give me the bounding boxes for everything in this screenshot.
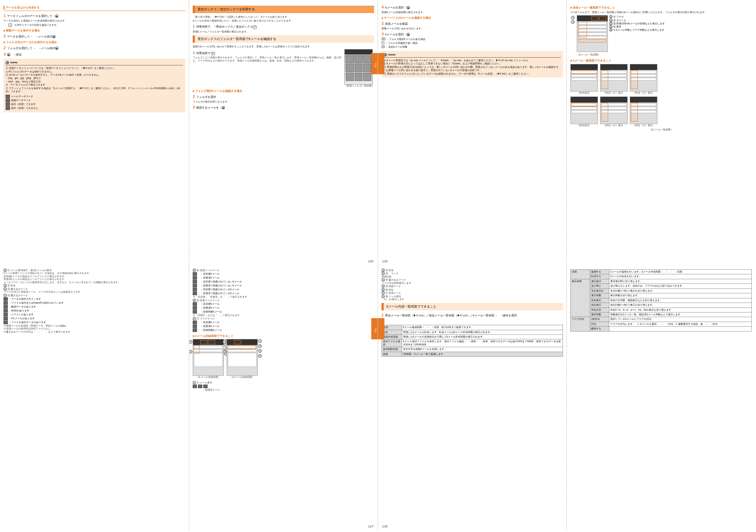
txt: ③ ③ マーク [382, 272, 563, 275]
cell: Eメールの転送を行います。 [609, 274, 752, 279]
icon-row: 6：未読Eメール件数 [382, 45, 563, 49]
step: 3Eメールを選択→◉ [382, 31, 563, 36]
caption: 《受信フォルダ一覧画面》 [344, 84, 374, 87]
icon-row: 添付（送信）できます [6, 103, 183, 106]
alert-icon: ! [382, 41, 384, 44]
cell: 受信したEメールを転送します。転送メールはEメール作成画面が表示されます。 [402, 330, 563, 334]
x-icon [6, 106, 10, 110]
txt: ① ① メール番号 [193, 381, 374, 384]
memo-line: ◎ 受信状態および受信方法の設定によっては、新しいEメールの問い合わせの際、受信… [384, 65, 561, 72]
memo-head: memo [6, 61, 183, 65]
mail-key-icon: ✉ [253, 25, 257, 29]
mark-icon [193, 310, 197, 314]
txt: 受信日時 [382, 275, 563, 278]
cell: 件名文字 [590, 308, 609, 312]
section-head: 受信ボックス／送信ボックスを利用する [193, 6, 374, 13]
txt: 「振り分け登録」（▶P.126）で設定した条件にしたがって、Eメールを振り分けま… [193, 15, 374, 18]
txt: 未登録Eメールの場合はメールアドレスが表示されます。 [4, 275, 185, 278]
icon-row: メールデータマーク [6, 95, 183, 98]
memo-line: ◎ 送信データメニューについては「送信データメニューについて」（▶P.127）を… [6, 66, 183, 70]
step: 3確認するメールを→◉ [193, 105, 374, 110]
txt: ① ① メール番号表示：表示Eメールの番号 [4, 269, 185, 272]
movie-icon [4, 305, 8, 309]
mark-icon [198, 385, 202, 388]
txt: ② ② 件名 [382, 269, 563, 272]
thumb-tab [378, 53, 384, 74]
thumb-tab: メール [371, 53, 378, 74]
page-number: 118 [382, 525, 388, 528]
rule [4, 11, 185, 11]
cell: 宛先行数1〜9行で表示を切り替えます。 [609, 303, 752, 308]
mark-icon [193, 321, 197, 324]
page-number: 116 [382, 259, 388, 263]
icon-row: 添付（送信）できません [6, 106, 183, 110]
icon-row: ：データが添付されています [4, 297, 185, 301]
step: 4Eメールを選択→◉ [382, 5, 563, 10]
callout-side: ① ② [570, 15, 575, 24]
ok-icon: ◉ [407, 33, 410, 36]
icon-row: ：送信失敗Eメール [193, 310, 374, 314]
memo-line: ・mmf、qcp、hvsなど再生方法 [6, 80, 183, 83]
ok-icon: ◉ [7, 53, 10, 56]
cell: 並び替えをします。未読のみ、フラグのみなど絞り込みできます。 [609, 284, 752, 288]
icon-row: ：送信済で保護されているEメール [193, 292, 374, 295]
cell: Eメール返信画面→ → →送信 最大10件まで返信できます。 [402, 325, 563, 330]
memo-head: memo [384, 53, 561, 58]
bgm-icon [4, 309, 8, 312]
txt: ※「送信中」などは「 」で表示されます [193, 314, 374, 317]
cell: 件名0〜9、A〜Z、a〜z、Fw、Reの表示を切り替えます [609, 308, 752, 312]
cell [609, 327, 752, 331]
screenshot [630, 64, 657, 92]
cell: 転送する [590, 274, 609, 279]
caption: 1件目（大）表示 [630, 124, 657, 127]
ok-icon: ◉ [222, 106, 225, 109]
cell: 表示形式 [590, 279, 609, 283]
step: 3◉ →送信 [4, 52, 185, 57]
icon-row: M：フォルダ選択Eメールがある場合 [382, 37, 563, 41]
memo-line: ◎ Eメール受信完了は「au one メールについて」「EZweb」「au on… [384, 59, 561, 62]
cell: 選択しているEメールにフラグを付与 [609, 317, 752, 322]
txt: Eメール受信アドレスが登録されている場合は、その登録名称が表示されます。 [4, 272, 185, 275]
cell: 番号表示時に切り替えます。 [609, 279, 752, 283]
cell: 表示切替 [571, 279, 590, 317]
cell: 宛先表示 [590, 303, 609, 308]
mark-icon [193, 328, 197, 332]
cell: 解除する [590, 327, 609, 331]
txt: ※「未送信」「送信済」は「 」で表示されます [193, 296, 374, 298]
memo-box: memo ◎ Eメール受信完了は「au one メールについて」「EZweb」「… [382, 51, 563, 77]
txt: メールフラグ：Eメールの進捗状況を示します。本文など：Eメールに含まれている情報… [4, 281, 185, 284]
mark-icon [193, 288, 197, 291]
txt: ⑦ ⑦ 送信メール [382, 291, 563, 294]
step: 2 [382, 319, 563, 324]
icon-row: ：送信済Eメール [193, 306, 374, 310]
sub: ■ フォルダ内のデータのみ表示させる場合 [4, 40, 185, 44]
icon-row: ：イラストがあります [4, 313, 185, 316]
screenshot: ① ② ④ ⑤ ⑥ ⑧ [227, 339, 258, 376]
cell: フラグ付与 [571, 317, 590, 331]
triple-shots: 3件目表示 1件目（小）表示 1件目（大）表示 [570, 64, 752, 94]
p1-head: データを見ながら作成する [6, 6, 40, 9]
screenshot [600, 97, 628, 124]
thumb-tab [378, 318, 384, 339]
memo-box: memo ◎ 送信データメニューについては「送信データメニューについて」（▶P.… [4, 59, 185, 112]
txt: データを添付した新規Eメール作成画面が表示されます。 [4, 19, 185, 22]
step: 2新着メールを確認 [382, 21, 563, 26]
cell: フラグを付与します。 1. Eメールを選択→ → →付与 2. 複数選択する場合… [609, 322, 752, 326]
ok-icon: ◉ [407, 6, 410, 9]
icon-row: ：未送信Eメール [193, 302, 374, 306]
mark-icon [193, 276, 197, 280]
mark-icon [193, 385, 197, 388]
lock-icon [6, 99, 10, 102]
icon-row: !：フォルダ未確定が多い場合 [382, 41, 563, 45]
cell: 表示件数を切り替えます。 [609, 293, 752, 298]
icon-row: ：送信済Eメール [193, 325, 374, 328]
memo-line: ◎ 受信ボックスのフォルダに入っているデータは削除されません。データの管理は「E… [384, 72, 561, 75]
mark-icon [203, 385, 208, 388]
ok-icon: ◉ [52, 35, 56, 38]
ok-icon: ◉ [55, 47, 58, 50]
txt: 受信済Eメールの場合はメールアドレスが表示されます。 [4, 278, 185, 281]
txt: ：返信済メール [193, 388, 374, 391]
mark-icon [193, 325, 197, 328]
cell: 返信する [590, 270, 609, 274]
cell: 件名の文字数・簡易表示などを切り替えます。 [609, 298, 752, 303]
